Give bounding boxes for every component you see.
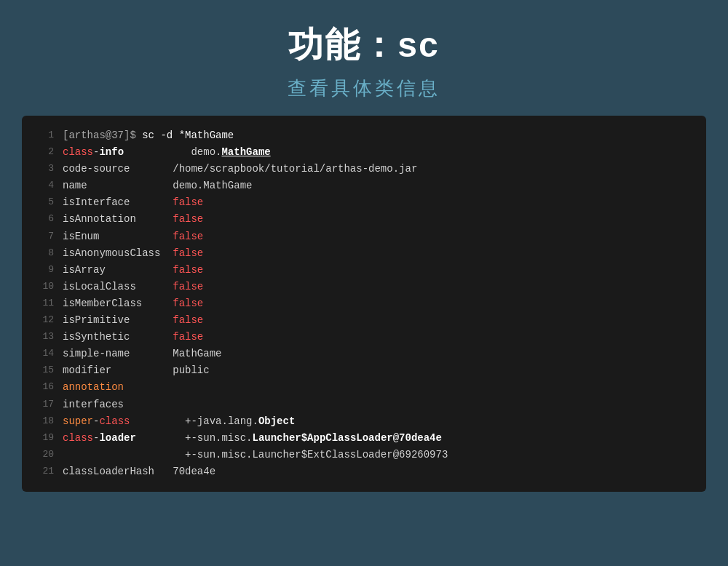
- terminal-line: 10 isLocalClass false: [22, 279, 706, 295]
- line-number: 17: [33, 396, 54, 413]
- sub-title: 查看具体类信息: [29, 76, 699, 101]
- line-isInterface: isInterface false: [63, 194, 203, 211]
- terminal-line: 3 code-source /home/scrapbook/tutorial/a…: [22, 161, 706, 178]
- terminal-line: 19 class-loader +-sun.misc.Launcher$AppC…: [22, 430, 706, 447]
- line-number: 6: [33, 211, 54, 228]
- terminal-line: 7 isEnum false: [22, 228, 706, 245]
- terminal-line: 21 classLoaderHash 70dea4e: [22, 463, 706, 480]
- terminal-line: 13 isSynthetic false: [22, 329, 706, 346]
- terminal-command: [arthas@37]$ sc -d *MathGame: [63, 127, 234, 144]
- terminal-line: 6 isAnnotation false: [22, 211, 706, 228]
- line-classLoaderHash: classLoaderHash 70dea4e: [63, 463, 215, 480]
- terminal-line: 5 isInterface false: [22, 194, 706, 211]
- line-interfaces: interfaces: [63, 396, 124, 413]
- line-ext-classloader: +-sun.misc.Launcher$ExtClassLoader@69260…: [63, 447, 448, 463]
- terminal-line: 17 interfaces: [22, 396, 706, 413]
- terminal-line: 8 isAnonymousClass false: [22, 245, 706, 262]
- terminal-line: 18 super-class +-java.lang.Object: [22, 413, 706, 430]
- header-section: 功能：sc 查看具体类信息: [0, 0, 728, 116]
- line-isEnum: isEnum false: [63, 228, 203, 245]
- line-number: 16: [33, 379, 54, 396]
- line-number: 7: [33, 228, 54, 245]
- line-number: 11: [33, 295, 54, 312]
- terminal-line: 9 isArray false: [22, 262, 706, 279]
- line-super-class: super-class +-java.lang.Object: [63, 413, 295, 430]
- terminal-line: 2 class-info demo.MathGame: [22, 144, 706, 161]
- line-number: 12: [33, 312, 54, 329]
- line-number: 4: [33, 178, 54, 194]
- line-number: 15: [33, 362, 54, 379]
- line-number: 8: [33, 245, 54, 262]
- line-number: 9: [33, 262, 54, 279]
- line-isPrimitive: isPrimitive false: [63, 312, 203, 329]
- line-isMemberClass: isMemberClass false: [63, 295, 203, 312]
- line-class-loader: class-loader +-sun.misc.Launcher$AppClas…: [63, 430, 442, 447]
- line-number: 21: [33, 463, 54, 480]
- line-number: 18: [33, 413, 54, 430]
- line-number: 1: [33, 127, 54, 144]
- terminal-line: 12 isPrimitive false: [22, 312, 706, 329]
- line-isSynthetic: isSynthetic false: [63, 329, 203, 346]
- line-isLocalClass: isLocalClass false: [63, 279, 203, 295]
- line-number: 14: [33, 346, 54, 362]
- line-number: 20: [33, 447, 54, 463]
- terminal-container: 1 [arthas@37]$ sc -d *MathGame 2 class-i…: [22, 116, 706, 492]
- line-isArray: isArray false: [63, 262, 203, 279]
- main-title: 功能：sc: [29, 22, 699, 68]
- line-name: name demo.MathGame: [63, 178, 252, 194]
- terminal-line: 4 name demo.MathGame: [22, 178, 706, 194]
- terminal-line: 15 modifier public: [22, 362, 706, 379]
- terminal-line: 20 +-sun.misc.Launcher$ExtClassLoader@69…: [22, 447, 706, 463]
- terminal-line: 16 annotation: [22, 379, 706, 396]
- line-class-info: class-info demo.MathGame: [63, 144, 271, 161]
- line-number: 10: [33, 279, 54, 295]
- line-isAnnotation: isAnnotation false: [63, 211, 203, 228]
- line-isAnonymousClass: isAnonymousClass false: [63, 245, 203, 262]
- line-number: 3: [33, 161, 54, 178]
- terminal-line: 11 isMemberClass false: [22, 295, 706, 312]
- line-number: 2: [33, 144, 54, 161]
- line-modifier: modifier public: [63, 362, 210, 379]
- terminal-line: 1 [arthas@37]$ sc -d *MathGame: [22, 127, 706, 144]
- terminal-line: 14 simple-name MathGame: [22, 346, 706, 362]
- line-number: 5: [33, 194, 54, 211]
- line-number: 19: [33, 430, 54, 447]
- line-code-source: code-source /home/scrapbook/tutorial/art…: [63, 161, 417, 178]
- line-annotation: annotation: [63, 379, 124, 396]
- line-number: 13: [33, 329, 54, 346]
- line-simple-name: simple-name MathGame: [63, 346, 221, 362]
